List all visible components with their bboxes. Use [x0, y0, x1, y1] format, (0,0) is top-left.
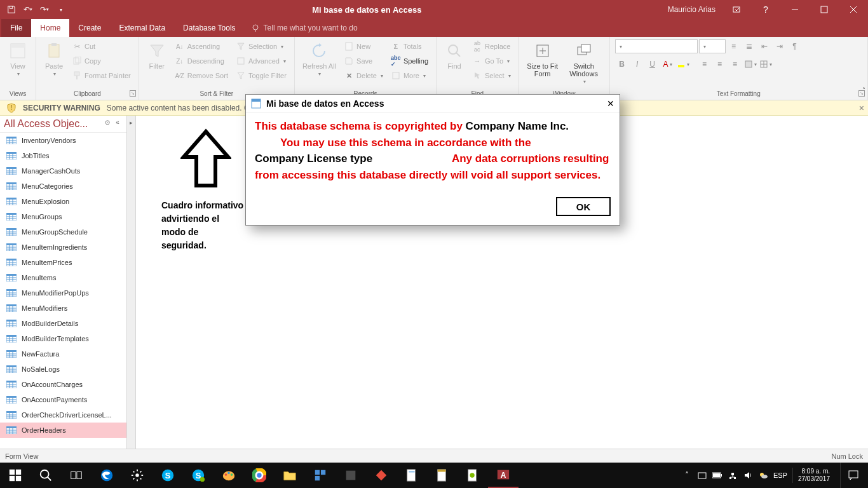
app-icon-3[interactable] [366, 463, 397, 488]
highlight-button[interactable] [676, 57, 690, 71]
more-button[interactable]: More [388, 69, 431, 83]
close-icon[interactable] [839, 0, 868, 19]
underline-button[interactable]: U [646, 57, 660, 71]
ascending-button[interactable]: A↓Ascending [172, 39, 231, 53]
qat-customize-icon[interactable]: ▾ [53, 2, 69, 17]
font-family-select[interactable] [615, 39, 698, 53]
filter-button[interactable]: Filter [144, 39, 170, 71]
align-left-icon[interactable]: ≡ [698, 57, 712, 71]
tab-database-tools[interactable]: Database Tools [174, 19, 245, 37]
text-direction-icon[interactable]: ¶ [788, 39, 802, 53]
nav-item-onaccountpayments[interactable]: OnAccountPayments [0, 392, 126, 407]
refresh-all-button[interactable]: Refresh All [300, 39, 339, 78]
edge-icon[interactable] [92, 463, 122, 488]
bullets-icon[interactable]: ≡ [727, 39, 741, 53]
selection-button[interactable]: Selection [233, 39, 289, 53]
goto-button[interactable]: →Go To [470, 54, 513, 68]
start-button[interactable] [0, 463, 31, 488]
collapse-ribbon-icon[interactable]: ˄ [862, 86, 865, 93]
descending-button[interactable]: Z↓Descending [172, 54, 231, 68]
language-indicator[interactable]: ESP [773, 471, 787, 479]
nav-item-newfactura[interactable]: NewFactura [0, 346, 126, 362]
remove-sort-button[interactable]: A⁄ZRemove Sort [172, 69, 231, 83]
dialog-close-icon[interactable]: ✕ [607, 98, 614, 109]
font-size-select[interactable] [699, 39, 726, 53]
user-name[interactable]: Mauricio Arias [661, 5, 722, 14]
tab-file[interactable]: File [1, 19, 31, 37]
chrome-icon[interactable] [244, 463, 275, 488]
nav-item-ordercheckdriverlicensel...[interactable]: OrderCheckDriverLicenseL... [0, 407, 126, 423]
nav-item-menucategories[interactable]: MenuCategories [0, 179, 126, 194]
clipboard-dialog-launcher[interactable]: ↘ [130, 90, 136, 97]
size-to-fit-button[interactable]: Size to Fit Form [524, 39, 561, 79]
save-icon[interactable] [4, 2, 19, 17]
tab-home[interactable]: Home [31, 19, 69, 37]
nav-item-menuitems[interactable]: MenuItems [0, 270, 126, 285]
tray-volume-icon[interactable] [743, 470, 753, 480]
dialog-title-bar[interactable]: Mi base de datos en Access ✕ [246, 95, 620, 113]
ribbon-options-icon[interactable] [722, 0, 751, 19]
task-view-icon[interactable] [61, 463, 92, 488]
clock[interactable]: 8:09 a. m. 27/03/2017 [792, 468, 835, 483]
switch-windows-button[interactable]: Switch Windows [564, 39, 604, 86]
nav-item-menuexplosion[interactable]: MenuExplosion [0, 194, 126, 209]
gridlines-icon[interactable] [759, 57, 773, 71]
help-icon[interactable]: ? [751, 0, 780, 19]
app-icon-1[interactable] [305, 463, 336, 488]
skype-business-icon[interactable]: S [183, 463, 214, 488]
font-color-button[interactable]: A [661, 57, 675, 71]
nav-collapse-icon[interactable]: « [112, 119, 123, 129]
tray-weather-icon[interactable] [758, 470, 768, 480]
view-button[interactable]: View [5, 39, 31, 78]
undo-icon[interactable]: ↶▾ [20, 2, 36, 17]
paint-icon[interactable] [214, 463, 244, 488]
align-right-icon[interactable]: ≡ [728, 57, 742, 71]
nav-item-menuitemprices[interactable]: MenuItemPrices [0, 255, 126, 270]
nav-item-menugroupschedule[interactable]: MenuGroupSchedule [0, 224, 126, 240]
access-taskbar-icon[interactable]: A [488, 463, 519, 488]
nav-item-modbuildertemplates[interactable]: ModBuilderTemplates [0, 331, 126, 346]
nav-item-menumodifierpopups[interactable]: MenuModifierPopUps [0, 285, 126, 301]
tab-external-data[interactable]: External Data [110, 19, 174, 37]
nav-item-jobtitles[interactable]: JobTitles [0, 148, 126, 163]
tray-network-icon[interactable] [728, 470, 738, 480]
format-painter-button[interactable]: Format Painter [69, 69, 133, 83]
ok-button[interactable]: OK [556, 197, 611, 216]
app-icon-6[interactable] [458, 463, 488, 488]
align-center-icon[interactable]: ≡ [713, 57, 727, 71]
app-icon-5[interactable] [427, 463, 458, 488]
delete-button[interactable]: ✕Delete [341, 69, 386, 83]
tell-me-search[interactable]: Tell me what you want to do [251, 19, 358, 37]
toggle-filter-button[interactable]: Toggle Filter [233, 69, 289, 83]
nav-item-inventoryvendors[interactable]: InventoryVendors [0, 133, 126, 148]
nav-item-orderheaders[interactable]: OrderHeaders [0, 423, 126, 438]
copy-button[interactable]: Copy [69, 54, 133, 68]
tray-app-icon[interactable] [697, 470, 707, 480]
advanced-button[interactable]: Advanced [233, 54, 289, 68]
app-icon-2[interactable] [336, 463, 366, 488]
spelling-button[interactable]: abc✓Spelling [388, 54, 431, 68]
security-close-icon[interactable]: × [859, 103, 864, 113]
file-explorer-icon[interactable] [275, 463, 305, 488]
redo-icon[interactable]: ↷▾ [37, 2, 52, 17]
italic-button[interactable]: I [630, 57, 644, 71]
nav-item-menugroups[interactable]: MenuGroups [0, 209, 126, 224]
totals-button[interactable]: ΣTotals [388, 39, 431, 53]
find-button[interactable]: Find [442, 39, 467, 71]
new-button[interactable]: New [341, 39, 386, 53]
skype-icon[interactable]: S [153, 463, 183, 488]
shutter-bar[interactable]: ▸ [127, 116, 136, 452]
tray-battery-icon[interactable] [712, 470, 722, 480]
cortana-search-icon[interactable] [31, 463, 61, 488]
replace-button[interactable]: abacReplace [470, 39, 513, 53]
nav-dropdown-icon[interactable]: ⊙ [102, 119, 112, 129]
cut-button[interactable]: ✂Cut [69, 39, 133, 53]
save-record-button[interactable]: Save [341, 54, 386, 68]
minimize-icon[interactable] [780, 0, 810, 19]
indent-right-icon[interactable]: ⇥ [773, 39, 787, 53]
settings-icon[interactable] [122, 463, 153, 488]
select-button[interactable]: Select [470, 69, 513, 83]
numbering-icon[interactable]: ≣ [742, 39, 756, 53]
nav-item-managercashouts[interactable]: ManagerCashOuts [0, 163, 126, 179]
bold-button[interactable]: B [615, 57, 629, 71]
